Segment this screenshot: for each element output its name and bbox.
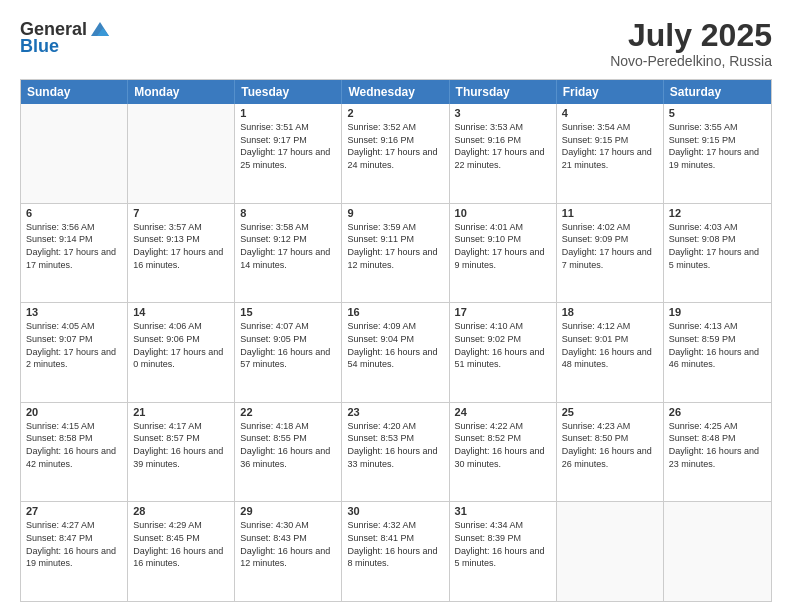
day-info: Sunrise: 3:52 AM Sunset: 9:16 PM Dayligh… xyxy=(347,121,443,171)
day-info: Sunrise: 4:09 AM Sunset: 9:04 PM Dayligh… xyxy=(347,320,443,370)
day-number: 13 xyxy=(26,306,122,318)
day-number: 17 xyxy=(455,306,551,318)
day-info: Sunrise: 4:15 AM Sunset: 8:58 PM Dayligh… xyxy=(26,420,122,470)
day-number: 15 xyxy=(240,306,336,318)
calendar-cell-4: 4Sunrise: 3:54 AM Sunset: 9:15 PM Daylig… xyxy=(557,104,664,203)
day-info: Sunrise: 3:55 AM Sunset: 9:15 PM Dayligh… xyxy=(669,121,766,171)
location-subtitle: Novo-Peredelkino, Russia xyxy=(610,53,772,69)
day-number: 19 xyxy=(669,306,766,318)
day-number: 25 xyxy=(562,406,658,418)
calendar-cell-empty-1 xyxy=(128,104,235,203)
day-info: Sunrise: 4:20 AM Sunset: 8:53 PM Dayligh… xyxy=(347,420,443,470)
calendar-cell-8: 8Sunrise: 3:58 AM Sunset: 9:12 PM Daylig… xyxy=(235,204,342,303)
day-info: Sunrise: 4:27 AM Sunset: 8:47 PM Dayligh… xyxy=(26,519,122,569)
page: General Blue July 2025 Novo-Peredelkino,… xyxy=(0,0,792,612)
day-info: Sunrise: 4:03 AM Sunset: 9:08 PM Dayligh… xyxy=(669,221,766,271)
day-number: 7 xyxy=(133,207,229,219)
calendar-cell-empty-0 xyxy=(21,104,128,203)
day-number: 12 xyxy=(669,207,766,219)
calendar-week-4: 20Sunrise: 4:15 AM Sunset: 8:58 PM Dayli… xyxy=(21,402,771,502)
calendar-cell-2: 2Sunrise: 3:52 AM Sunset: 9:16 PM Daylig… xyxy=(342,104,449,203)
day-info: Sunrise: 4:23 AM Sunset: 8:50 PM Dayligh… xyxy=(562,420,658,470)
day-info: Sunrise: 3:58 AM Sunset: 9:12 PM Dayligh… xyxy=(240,221,336,271)
calendar-cell-19: 19Sunrise: 4:13 AM Sunset: 8:59 PM Dayli… xyxy=(664,303,771,402)
day-info: Sunrise: 3:57 AM Sunset: 9:13 PM Dayligh… xyxy=(133,221,229,271)
calendar-cell-7: 7Sunrise: 3:57 AM Sunset: 9:13 PM Daylig… xyxy=(128,204,235,303)
calendar-header-monday: Monday xyxy=(128,80,235,104)
day-number: 26 xyxy=(669,406,766,418)
calendar-cell-27: 27Sunrise: 4:27 AM Sunset: 8:47 PM Dayli… xyxy=(21,502,128,601)
day-number: 16 xyxy=(347,306,443,318)
header: General Blue July 2025 Novo-Peredelkino,… xyxy=(20,18,772,69)
day-number: 28 xyxy=(133,505,229,517)
day-info: Sunrise: 4:30 AM Sunset: 8:43 PM Dayligh… xyxy=(240,519,336,569)
calendar-cell-15: 15Sunrise: 4:07 AM Sunset: 9:05 PM Dayli… xyxy=(235,303,342,402)
day-number: 18 xyxy=(562,306,658,318)
calendar-header-thursday: Thursday xyxy=(450,80,557,104)
day-info: Sunrise: 4:02 AM Sunset: 9:09 PM Dayligh… xyxy=(562,221,658,271)
day-info: Sunrise: 4:22 AM Sunset: 8:52 PM Dayligh… xyxy=(455,420,551,470)
calendar-cell-30: 30Sunrise: 4:32 AM Sunset: 8:41 PM Dayli… xyxy=(342,502,449,601)
calendar-cell-10: 10Sunrise: 4:01 AM Sunset: 9:10 PM Dayli… xyxy=(450,204,557,303)
calendar-cell-16: 16Sunrise: 4:09 AM Sunset: 9:04 PM Dayli… xyxy=(342,303,449,402)
logo-icon xyxy=(89,18,111,40)
day-number: 8 xyxy=(240,207,336,219)
calendar-cell-23: 23Sunrise: 4:20 AM Sunset: 8:53 PM Dayli… xyxy=(342,403,449,502)
day-number: 30 xyxy=(347,505,443,517)
day-info: Sunrise: 4:34 AM Sunset: 8:39 PM Dayligh… xyxy=(455,519,551,569)
day-number: 3 xyxy=(455,107,551,119)
calendar-cell-3: 3Sunrise: 3:53 AM Sunset: 9:16 PM Daylig… xyxy=(450,104,557,203)
day-info: Sunrise: 3:56 AM Sunset: 9:14 PM Dayligh… xyxy=(26,221,122,271)
day-info: Sunrise: 3:59 AM Sunset: 9:11 PM Dayligh… xyxy=(347,221,443,271)
day-number: 11 xyxy=(562,207,658,219)
calendar-header-wednesday: Wednesday xyxy=(342,80,449,104)
day-number: 1 xyxy=(240,107,336,119)
day-number: 5 xyxy=(669,107,766,119)
calendar-cell-5: 5Sunrise: 3:55 AM Sunset: 9:15 PM Daylig… xyxy=(664,104,771,203)
day-info: Sunrise: 4:05 AM Sunset: 9:07 PM Dayligh… xyxy=(26,320,122,370)
calendar-week-5: 27Sunrise: 4:27 AM Sunset: 8:47 PM Dayli… xyxy=(21,501,771,601)
logo: General Blue xyxy=(20,18,111,57)
calendar-cell-29: 29Sunrise: 4:30 AM Sunset: 8:43 PM Dayli… xyxy=(235,502,342,601)
day-info: Sunrise: 4:32 AM Sunset: 8:41 PM Dayligh… xyxy=(347,519,443,569)
day-number: 27 xyxy=(26,505,122,517)
day-number: 23 xyxy=(347,406,443,418)
calendar-week-3: 13Sunrise: 4:05 AM Sunset: 9:07 PM Dayli… xyxy=(21,302,771,402)
calendar-week-1: 1Sunrise: 3:51 AM Sunset: 9:17 PM Daylig… xyxy=(21,104,771,203)
day-info: Sunrise: 4:07 AM Sunset: 9:05 PM Dayligh… xyxy=(240,320,336,370)
calendar-cell-17: 17Sunrise: 4:10 AM Sunset: 9:02 PM Dayli… xyxy=(450,303,557,402)
day-info: Sunrise: 4:29 AM Sunset: 8:45 PM Dayligh… xyxy=(133,519,229,569)
calendar-header-friday: Friday xyxy=(557,80,664,104)
day-number: 22 xyxy=(240,406,336,418)
calendar-header-sunday: Sunday xyxy=(21,80,128,104)
day-info: Sunrise: 4:17 AM Sunset: 8:57 PM Dayligh… xyxy=(133,420,229,470)
logo-blue-text: Blue xyxy=(20,36,59,57)
calendar-header-row: SundayMondayTuesdayWednesdayThursdayFrid… xyxy=(21,80,771,104)
calendar-body: 1Sunrise: 3:51 AM Sunset: 9:17 PM Daylig… xyxy=(21,104,771,601)
day-info: Sunrise: 4:12 AM Sunset: 9:01 PM Dayligh… xyxy=(562,320,658,370)
calendar-cell-28: 28Sunrise: 4:29 AM Sunset: 8:45 PM Dayli… xyxy=(128,502,235,601)
calendar: SundayMondayTuesdayWednesdayThursdayFrid… xyxy=(20,79,772,602)
calendar-cell-11: 11Sunrise: 4:02 AM Sunset: 9:09 PM Dayli… xyxy=(557,204,664,303)
day-number: 29 xyxy=(240,505,336,517)
day-info: Sunrise: 4:25 AM Sunset: 8:48 PM Dayligh… xyxy=(669,420,766,470)
day-number: 10 xyxy=(455,207,551,219)
day-number: 6 xyxy=(26,207,122,219)
calendar-cell-9: 9Sunrise: 3:59 AM Sunset: 9:11 PM Daylig… xyxy=(342,204,449,303)
calendar-cell-31: 31Sunrise: 4:34 AM Sunset: 8:39 PM Dayli… xyxy=(450,502,557,601)
calendar-cell-20: 20Sunrise: 4:15 AM Sunset: 8:58 PM Dayli… xyxy=(21,403,128,502)
day-info: Sunrise: 3:51 AM Sunset: 9:17 PM Dayligh… xyxy=(240,121,336,171)
calendar-header-saturday: Saturday xyxy=(664,80,771,104)
day-number: 9 xyxy=(347,207,443,219)
day-number: 4 xyxy=(562,107,658,119)
title-block: July 2025 Novo-Peredelkino, Russia xyxy=(610,18,772,69)
calendar-header-tuesday: Tuesday xyxy=(235,80,342,104)
day-info: Sunrise: 3:53 AM Sunset: 9:16 PM Dayligh… xyxy=(455,121,551,171)
day-info: Sunrise: 3:54 AM Sunset: 9:15 PM Dayligh… xyxy=(562,121,658,171)
day-info: Sunrise: 4:18 AM Sunset: 8:55 PM Dayligh… xyxy=(240,420,336,470)
day-number: 24 xyxy=(455,406,551,418)
day-number: 21 xyxy=(133,406,229,418)
day-info: Sunrise: 4:06 AM Sunset: 9:06 PM Dayligh… xyxy=(133,320,229,370)
calendar-cell-25: 25Sunrise: 4:23 AM Sunset: 8:50 PM Dayli… xyxy=(557,403,664,502)
day-number: 20 xyxy=(26,406,122,418)
